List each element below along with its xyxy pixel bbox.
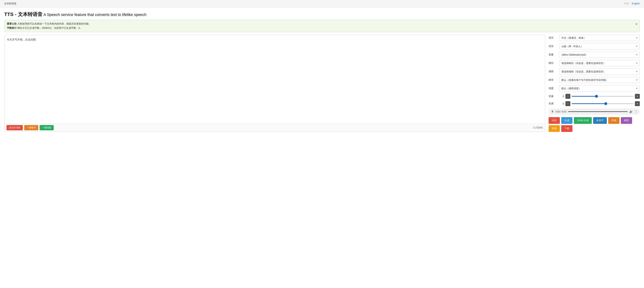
imitate-select[interactable]: 请选择模仿（非必选，需要先选择语音） <box>559 60 640 66</box>
speed-minus-button[interactable]: − <box>566 94 570 99</box>
text-input[interactable] <box>4 35 545 124</box>
header: 文本转语音 中文 English <box>0 0 644 8</box>
ssml-button[interactable]: SSML生成 <box>574 117 592 124</box>
page-title: TTS - 文本转语音 A Speech service feature tha… <box>0 8 644 20</box>
notice-close-button[interactable]: ✕ <box>635 22 638 26</box>
pitch-label: 音调 <box>548 102 559 105</box>
language-select[interactable]: 中文（普通话，简体） <box>559 35 640 41</box>
voice-row: 语音 云扬（男 - 年轻人） <box>548 43 640 49</box>
audio-play-button[interactable]: ⏸ <box>551 110 554 113</box>
generate-button[interactable]: 生成 <box>561 117 572 124</box>
pitch-minus-button[interactable]: − <box>566 101 570 106</box>
download-button[interactable]: 下载 <box>561 125 572 132</box>
imitate-row: 模仿 请选择模仿（非必选，需要先选择语音） <box>548 60 640 66</box>
polyphone-button[interactable]: 多音字 <box>593 117 607 124</box>
notice-banner: ✕ 重要公告 大家使用前可以先阅读一下文本框内的内容，都是历史更新的功能。 字数… <box>4 20 640 32</box>
stat-title: 字数统计 <box>7 26 17 29</box>
quality-select[interactable]: 16khz-32kbitrate(mp3) <box>559 52 640 58</box>
notice-line2: 字数统计 网站今日已生成字数：2636412。当前用户已生成字数：0。 <box>7 26 632 30</box>
main-layout: 多语言切换 一键整理 一键清除 11/无限制 语言 中文（普通话，简体） 语音 … <box>0 35 644 136</box>
pitch-slider-thumb[interactable] <box>604 102 607 105</box>
pitch-value: 0 <box>560 102 564 105</box>
emotion-row: 感情 请选择感情（非必选，需要先选择语音） <box>548 68 640 74</box>
right-panel: 语言 中文（普通话，简体） 语音 云扬（男 - 年轻人） 质量 16khz-32… <box>548 35 640 132</box>
text-footer: 多语言切换 一键整理 一键清除 11/无限制 <box>4 124 545 132</box>
imitate-label: 模仿 <box>548 62 559 65</box>
audio-player: ⏸ 0:02 / 0:02 🔊 ⋮ <box>548 108 640 115</box>
speed-slider-row: 语速 0 − + <box>548 94 640 99</box>
intensity-label: 强度 <box>548 87 559 90</box>
audio-progress-bar[interactable] <box>568 112 628 112</box>
quality-row: 质量 16khz-32kbitrate(mp3) <box>548 52 640 58</box>
language-switcher: 中文 English <box>624 2 640 5</box>
pitch-plus-button[interactable]: + <box>635 101 640 106</box>
language-row: 语言 中文（普通话，简体） <box>548 35 640 41</box>
page-title-prefix: TTS - 文本转语音 <box>4 12 42 17</box>
lang-en-button[interactable]: English <box>632 2 640 5</box>
audition-button[interactable]: 试听 <box>548 117 560 124</box>
speed-plus-button[interactable]: + <box>635 94 640 99</box>
audio-more-button[interactable]: ⋮ <box>634 110 637 113</box>
model-button[interactable]: 模型 <box>621 117 632 124</box>
text-panel: 多语言切换 一键整理 一键清除 11/无限制 <box>4 35 545 132</box>
notice-title: 重要公告 <box>7 22 17 25</box>
speed-slider-track[interactable] <box>572 96 634 97</box>
pause-button[interactable]: 停顿 <box>608 117 620 124</box>
stat-content: 网站今日已生成字数：2636412。当前用户已生成字数：0。 <box>17 26 82 29</box>
audio-time: 0:02 / 0:02 <box>556 110 566 113</box>
speed-value: 0 <box>560 95 564 98</box>
intensity-select[interactable]: 默认（感情强度） <box>559 86 640 92</box>
speed-slider-fill <box>572 96 596 97</box>
intensity-row: 强度 默认（感情强度） <box>548 86 640 92</box>
pitch-slider-track[interactable] <box>572 103 634 104</box>
notice-line1: 重要公告 大家使用前可以先阅读一下文本框内的内容，都是历史更新的功能。 <box>7 22 632 26</box>
multilang-button[interactable]: 多语言切换 <box>6 125 23 130</box>
pitch-slider-fill <box>572 103 606 104</box>
silence-select[interactable]: 默认（批量在每个句子的结束符号后停顿） <box>559 77 640 83</box>
speed-label: 语速 <box>548 95 559 98</box>
voice-label: 语音 <box>548 45 559 48</box>
silence-row: 静音 默认（批量在每个句子的结束符号后停顿） <box>548 77 640 83</box>
quality-label: 质量 <box>548 53 559 56</box>
pitch-slider-row: 音调 0 − + <box>548 101 640 106</box>
organize-button[interactable]: 一键整理 <box>24 125 38 130</box>
silence-label: 静音 <box>548 78 559 82</box>
emotion-select[interactable]: 请选择感情（非必选，需要先选择语音） <box>559 68 640 74</box>
action-buttons: 试听 生成 SSML生成 多音字 停顿 模型 查看 下载 <box>548 117 640 132</box>
char-count: 11/无限制 <box>533 126 543 129</box>
speed-slider-thumb[interactable] <box>595 95 598 98</box>
audio-volume-icon[interactable]: 🔊 <box>629 110 633 113</box>
language-label: 语言 <box>548 36 559 40</box>
notice-content: 大家使用前可以先阅读一下文本框内的内容，都是历史更新的功能。 <box>17 22 91 25</box>
voice-select[interactable]: 云扬（男 - 年轻人） <box>559 43 640 49</box>
clear-button[interactable]: 一键清除 <box>40 125 54 130</box>
lang-zh-button[interactable]: 中文 <box>624 2 629 5</box>
emotion-label: 感情 <box>548 70 559 73</box>
footer-buttons: 多语言切换 一键整理 一键清除 <box>6 125 54 130</box>
page-title-suffix: A Speech service feature that converts t… <box>42 12 146 17</box>
check-button[interactable]: 查看 <box>548 125 560 132</box>
header-title: 文本转语音 <box>4 2 16 5</box>
audio-progress-fill <box>568 112 628 112</box>
